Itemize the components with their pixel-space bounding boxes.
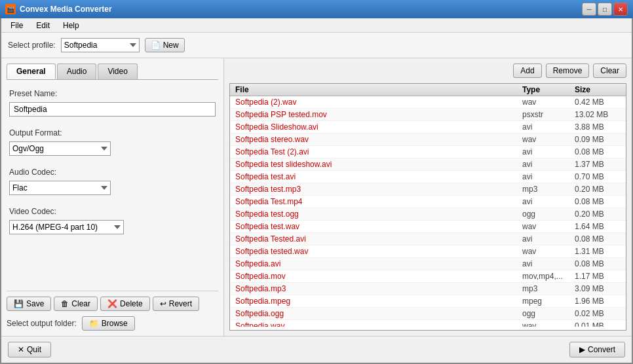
file-name-cell: Softpedia tested.wav xyxy=(235,247,522,256)
table-row[interactable]: Softpedia Tested.avi avi 0.08 MB xyxy=(230,233,626,246)
table-row[interactable]: Softpedia PSP tested.mov psxstr 13.02 MB xyxy=(230,109,626,121)
file-type-cell: psxstr xyxy=(522,110,575,119)
file-name-cell: Softpedia test.mp3 xyxy=(235,185,522,194)
file-type-cell: avi xyxy=(522,234,575,244)
toolbar: Select profile: Softpedia 📄 New xyxy=(1,33,632,58)
file-type-cell: avi xyxy=(522,160,575,169)
tab-audio[interactable]: Audio xyxy=(57,64,97,79)
new-button[interactable]: 📄 New xyxy=(145,38,185,52)
file-type-cell: avi xyxy=(522,172,575,181)
preset-name-group: Preset Name: xyxy=(9,89,216,117)
table-row[interactable]: Softpedia (2).wav wav 0.42 MB xyxy=(230,96,626,109)
audio-codec-select[interactable]: Flac MP3 AAC xyxy=(9,181,111,195)
browse-icon: 📁 xyxy=(89,319,99,328)
file-list: File Type Size Softpedia (2).wav wav 0.4… xyxy=(229,83,626,331)
file-type-cell: wav xyxy=(522,222,575,231)
file-name-cell: Softpedia Test (2).avi xyxy=(235,147,522,156)
right-clear-button[interactable]: Clear xyxy=(593,64,626,78)
file-list-body: Softpedia (2).wav wav 0.42 MB Softpedia … xyxy=(230,96,626,327)
file-size-cell: 3.88 MB xyxy=(575,122,621,132)
table-row[interactable]: Softpedia Test.mp4 avi 0.08 MB xyxy=(230,196,626,208)
output-folder-row: Select output folder: 📁 Browse xyxy=(7,316,218,331)
form-section: Preset Name: Output Format: Ogv/Ogg MP4 … xyxy=(7,86,218,291)
file-name-cell: Softpedia Slideshow.avi xyxy=(235,122,522,132)
profile-select[interactable]: Softpedia xyxy=(61,38,140,52)
quit-button[interactable]: ✕ Quit xyxy=(8,342,51,357)
browse-button[interactable]: 📁 Browse xyxy=(82,316,135,331)
table-row[interactable]: Softpedia test.wav wav 1.64 MB xyxy=(230,221,626,233)
maximize-button[interactable]: □ xyxy=(598,3,612,16)
file-name-cell: Softpedia stereo.wav xyxy=(235,135,522,144)
table-row[interactable]: Softpedia Slideshow.avi avi 3.88 MB xyxy=(230,121,626,134)
file-type-cell: avi xyxy=(522,122,575,132)
table-row[interactable]: Softpedia test.ogg ogg 0.20 MB xyxy=(230,208,626,221)
output-folder-label: Select output folder: xyxy=(7,319,77,328)
file-size-cell: 0.08 MB xyxy=(575,197,621,206)
file-size-cell: 1.64 MB xyxy=(575,222,621,231)
convert-button[interactable]: ▶ Convert xyxy=(569,342,625,357)
file-type-cell: mp3 xyxy=(522,284,575,293)
save-button[interactable]: 💾 Save xyxy=(7,297,51,311)
table-row[interactable]: Softpedia test.avi avi 0.70 MB xyxy=(230,171,626,183)
close-button[interactable]: ✕ xyxy=(613,3,628,16)
file-type-cell: ogg xyxy=(522,309,575,318)
file-size-cell: 0.42 MB xyxy=(575,98,621,107)
clear-icon: 🗑 xyxy=(61,299,69,308)
table-row[interactable]: Softpedia Test (2).avi avi 0.08 MB xyxy=(230,146,626,158)
table-row[interactable]: Softpedia.mp3 mp3 3.09 MB xyxy=(230,283,626,295)
file-list-header: File Type Size xyxy=(230,84,626,96)
file-name-cell: Softpedia.mp3 xyxy=(235,284,522,293)
video-codec-label: Video Codec: xyxy=(9,207,216,216)
preset-name-label: Preset Name: xyxy=(9,89,216,98)
table-row[interactable]: Softpedia test.mp3 mp3 0.20 MB xyxy=(230,183,626,196)
tab-video[interactable]: Video xyxy=(98,64,137,79)
video-codec-select[interactable]: H.264 (MPEG-4 part 10) H.265 MPEG-4 xyxy=(9,220,124,234)
add-button[interactable]: Add xyxy=(513,64,541,78)
table-row[interactable]: Softpedia.wav wav 0.01 MB xyxy=(230,320,626,327)
file-type-cell: avi xyxy=(522,197,575,206)
select-profile-label: Select profile: xyxy=(8,41,56,50)
file-name-cell: Softpedia test.wav xyxy=(235,222,522,231)
table-row[interactable]: Softpedia test slideshow.avi avi 1.37 MB xyxy=(230,158,626,171)
bottom-bar: ✕ Quit ▶ Convert xyxy=(1,336,632,363)
file-size-cell: 1.37 MB xyxy=(575,160,621,169)
video-codec-group: Video Codec: H.264 (MPEG-4 part 10) H.26… xyxy=(9,207,216,234)
table-row[interactable]: Softpedia tested.wav wav 1.31 MB xyxy=(230,246,626,258)
revert-icon: ↩ xyxy=(160,299,166,308)
left-panel: General Audio Video Preset Name: Output … xyxy=(1,58,224,336)
minimize-button[interactable]: ─ xyxy=(582,3,596,16)
output-format-label: Output Format: xyxy=(9,128,216,137)
file-type-cell: avi xyxy=(522,259,575,268)
tab-general[interactable]: General xyxy=(7,64,56,79)
preset-name-input[interactable] xyxy=(9,102,216,117)
file-name-cell: Softpedia test.avi xyxy=(235,172,522,181)
table-row[interactable]: Softpedia.ogg ogg 0.02 MB xyxy=(230,308,626,320)
table-row[interactable]: Softpedia.mov mov,mp4,... 1.17 MB xyxy=(230,270,626,283)
file-size-cell: 1.31 MB xyxy=(575,247,621,256)
remove-button[interactable]: Remove xyxy=(546,64,590,78)
table-row[interactable]: Softpedia.avi avi 0.08 MB xyxy=(230,258,626,270)
menu-edit[interactable]: Edit xyxy=(29,20,56,31)
file-name-cell: Softpedia.avi xyxy=(235,259,522,268)
table-row[interactable]: Softpedia.mpeg mpeg 1.96 MB xyxy=(230,295,626,308)
audio-codec-group: Audio Codec: Flac MP3 AAC xyxy=(9,168,216,195)
table-row[interactable]: Softpedia stereo.wav wav 0.09 MB xyxy=(230,134,626,146)
menu-file[interactable]: File xyxy=(4,20,29,31)
menu-bar: File Edit Help xyxy=(1,18,632,33)
title-bar: 🎬 Convex Media Converter ─ □ ✕ xyxy=(0,0,633,18)
file-name-cell: Softpedia.ogg xyxy=(235,309,522,318)
col-size: Size xyxy=(575,85,621,94)
file-size-cell: 3.09 MB xyxy=(575,284,621,293)
file-name-cell: Softpedia.mpeg xyxy=(235,297,522,306)
file-name-cell: Softpedia (2).wav xyxy=(235,98,522,107)
revert-button[interactable]: ↩ Revert xyxy=(153,297,199,311)
file-name-cell: Softpedia Test.mp4 xyxy=(235,197,522,206)
file-size-cell: 0.01 MB xyxy=(575,321,621,327)
file-type-cell: avi xyxy=(522,147,575,156)
file-size-cell: 1.96 MB xyxy=(575,297,621,306)
menu-help[interactable]: Help xyxy=(56,20,86,31)
file-size-cell: 0.08 MB xyxy=(575,259,621,268)
delete-button[interactable]: ❌ Delete xyxy=(100,297,150,311)
output-format-select[interactable]: Ogv/Ogg MP4 AVI xyxy=(9,141,111,156)
clear-button[interactable]: 🗑 Clear xyxy=(54,297,98,311)
